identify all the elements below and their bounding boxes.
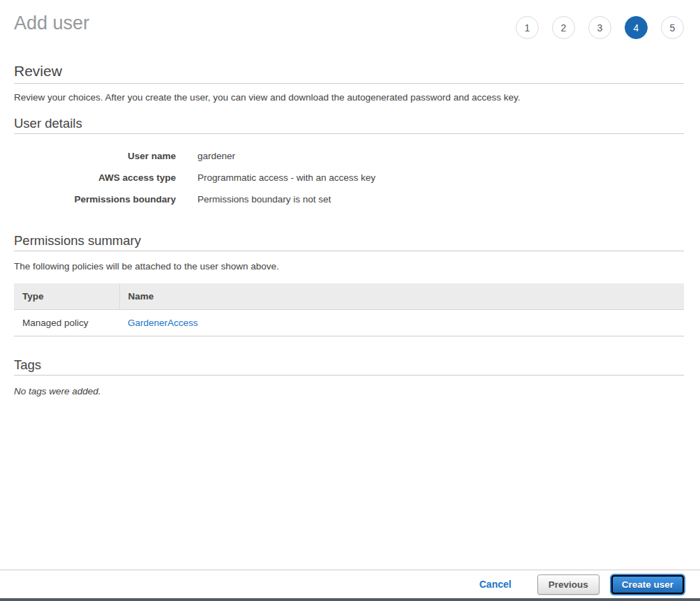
permissions-boundary-value: Permissions boundary is not set — [176, 194, 331, 205]
access-type-value: Programmatic access - with an access key — [176, 172, 375, 183]
table-row: Managed policy GardenerAccess — [14, 309, 684, 336]
name-column-header: Name — [119, 283, 684, 309]
user-details-heading: User details — [14, 116, 684, 131]
wizard-footer: Cancel Previous Create user — [0, 570, 700, 601]
permissions-summary-heading: Permissions summary — [14, 233, 684, 248]
previous-button[interactable]: Previous — [537, 574, 600, 595]
review-heading: Review — [14, 63, 684, 80]
step-3-indicator: 3 — [588, 16, 611, 39]
permissions-summary-description: The following policies will be attached … — [14, 261, 684, 272]
step-5-indicator: 5 — [661, 16, 684, 39]
wizard-step-indicator: 1 2 3 4 5 — [502, 16, 684, 39]
wizard-content: Review Review your choices. After you cr… — [0, 63, 700, 396]
step-2-indicator: 2 — [552, 16, 575, 39]
create-user-button[interactable]: Create user — [611, 575, 684, 594]
footer-bottom-bar — [0, 598, 700, 601]
user-details-list: User name gardener AWS access type Progr… — [14, 145, 684, 210]
access-type-label: AWS access type — [14, 172, 176, 183]
policy-name-cell: GardenerAccess — [119, 309, 684, 336]
page-title: Add user — [14, 13, 89, 34]
attached-policies-table: Type Name Managed policy GardenerAccess — [14, 283, 684, 336]
permissions-summary-divider — [14, 251, 684, 251]
type-column-header: Type — [14, 283, 119, 309]
policy-type-cell: Managed policy — [14, 309, 119, 336]
wizard-header: Add user 1 2 3 4 5 — [0, 0, 700, 34]
add-user-wizard-page: Add user 1 2 3 4 5 Review Review your ch… — [0, 0, 700, 601]
detail-row-permissions-boundary: Permissions boundary Permissions boundar… — [14, 188, 684, 210]
cancel-link[interactable]: Cancel — [479, 579, 512, 590]
tags-heading: Tags — [14, 357, 684, 373]
step-4-indicator-active: 4 — [625, 16, 648, 39]
policy-link[interactable]: GardenerAccess — [128, 318, 198, 328]
step-1-indicator: 1 — [516, 16, 539, 39]
tags-divider — [14, 375, 684, 376]
review-divider — [14, 83, 684, 84]
table-header-row: Type Name — [14, 283, 684, 309]
detail-row-user-name: User name gardener — [14, 145, 684, 167]
permissions-boundary-label: Permissions boundary — [14, 194, 176, 205]
review-description: Review your choices. After you create th… — [14, 92, 684, 103]
tags-empty-message: No tags were added. — [14, 386, 684, 396]
user-name-label: User name — [14, 151, 176, 161]
user-details-divider — [14, 133, 684, 134]
detail-row-access-type: AWS access type Programmatic access - wi… — [14, 167, 684, 188]
user-name-value: gardener — [176, 151, 235, 161]
